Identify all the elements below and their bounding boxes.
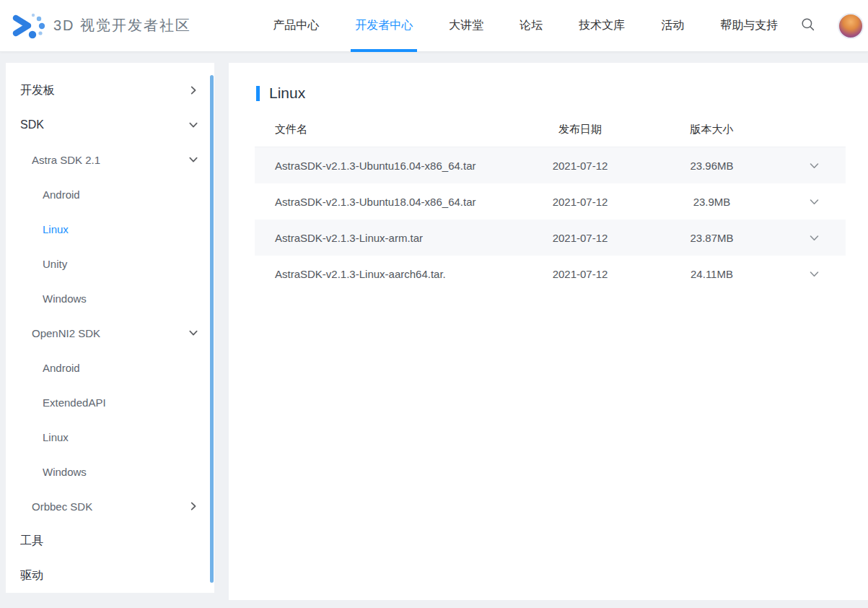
table-header-row: 文件名 发布日期 版本大小 [255, 113, 846, 147]
chevron-down-icon [188, 120, 198, 130]
column-header-filename: 文件名 [255, 123, 519, 136]
chevron-down-icon [809, 196, 820, 207]
sidebar-item-astra-linux[interactable]: Linux [6, 212, 214, 246]
chevron-down-icon [809, 269, 820, 279]
sidebar-item-astra-windows[interactable]: Windows [6, 281, 214, 316]
page-title-text: Linux [269, 84, 305, 102]
version-size: 23.87MB [641, 232, 782, 244]
search-button[interactable] [796, 14, 820, 38]
file-table: 文件名 发布日期 版本大小 AstraSDK-v2.1.3-Ubuntu16.0… [255, 113, 846, 292]
chevron-down-icon [188, 155, 198, 165]
chevron-down-icon [809, 160, 820, 171]
main-panel: Linux 文件名 发布日期 版本大小 AstraSDK-v2.1.3-Ubun… [229, 63, 868, 600]
sidebar: 开发板 SDK Astra SDK 2.1 Android Linux Unit… [6, 63, 214, 593]
sidebar-item-drivers[interactable]: 驱动 [6, 558, 214, 593]
nav-item-forum[interactable]: 论坛 [515, 0, 547, 52]
file-name: AstraSDK-v2.1.3-Linux-arm.tar [255, 232, 519, 244]
search-icon [801, 17, 815, 35]
table-row: AstraSDK-v2.1.3-Linux-arm.tar 2021-07-12… [255, 220, 846, 256]
column-header-release-date: 发布日期 [519, 123, 641, 136]
nav-item-lecture-hall[interactable]: 大讲堂 [444, 0, 488, 52]
nav-item-developer-center[interactable]: 开发者中心 [351, 0, 417, 52]
user-menu[interactable] [838, 13, 868, 39]
sidebar-item-astra-android[interactable]: Android [6, 177, 214, 212]
sidebar-item-openni2-linux[interactable]: Linux [6, 420, 214, 454]
table-row: AstraSDK-v2.1.3-Linux-aarch64.tar. 2021-… [255, 256, 846, 292]
page-title: Linux [256, 84, 846, 102]
brand-logo-icon [12, 11, 45, 41]
column-header-version-size: 版本大小 [641, 123, 782, 136]
version-size: 23.9MB [641, 196, 782, 208]
version-size: 23.96MB [641, 160, 782, 172]
title-accent-bar [256, 86, 260, 101]
nav-item-help-support[interactable]: 帮助与支持 [716, 0, 782, 52]
table-row: AstraSDK-v2.1.3-Ubuntu16.04-x86_64.tar 2… [255, 147, 846, 183]
main-nav: 产品中心 开发者中心 大讲堂 论坛 技术文库 活动 帮助与支持 [255, 0, 796, 52]
expand-row-button[interactable] [805, 264, 823, 283]
brand-logo[interactable]: 3D 视觉开发者社区 [12, 11, 191, 41]
avatar[interactable] [838, 13, 864, 39]
release-date: 2021-07-12 [519, 196, 641, 208]
file-name: AstraSDK-v2.1.3-Ubuntu16.04-x86_64.tar [255, 160, 519, 172]
release-date: 2021-07-12 [519, 232, 641, 244]
chevron-down-icon [809, 233, 820, 243]
expand-row-button[interactable] [805, 156, 823, 175]
chevron-right-icon [188, 85, 198, 95]
chevron-right-icon [188, 501, 198, 511]
nav-item-products[interactable]: 产品中心 [268, 0, 323, 52]
page-content: 开发板 SDK Astra SDK 2.1 Android Linux Unit… [0, 52, 868, 600]
sidebar-item-openni2-android[interactable]: Android [6, 350, 214, 385]
sidebar-item-astra-unity[interactable]: Unity [6, 246, 214, 281]
sidebar-item-openni2-sdk[interactable]: OpenNI2 SDK [6, 316, 214, 350]
sidebar-item-dev-board[interactable]: 开发板 [6, 73, 214, 108]
sidebar-item-astra-sdk-21[interactable]: Astra SDK 2.1 [6, 142, 214, 177]
version-size: 24.11MB [641, 268, 782, 280]
nav-item-activities[interactable]: 活动 [657, 0, 688, 52]
nav-item-tech-library[interactable]: 技术文库 [574, 0, 629, 52]
expand-row-button[interactable] [805, 228, 823, 247]
top-header: 3D 视觉开发者社区 产品中心 开发者中心 大讲堂 论坛 技术文库 活动 帮助与… [0, 0, 868, 52]
brand-logo-text: 3D 视觉开发者社区 [53, 16, 191, 35]
table-row: AstraSDK-v2.1.3-Ubuntu18.04-x86_64.tar 2… [255, 183, 846, 220]
sidebar-item-openni2-windows[interactable]: Windows [6, 454, 214, 489]
sidebar-scrollbar-thumb[interactable] [210, 75, 214, 583]
sidebar-item-openni2-extendedapi[interactable]: ExtendedAPI [6, 385, 214, 420]
file-name: AstraSDK-v2.1.3-Ubuntu18.04-x86_64.tar [255, 196, 519, 208]
release-date: 2021-07-12 [519, 268, 641, 280]
release-date: 2021-07-12 [519, 160, 641, 172]
file-name: AstraSDK-v2.1.3-Linux-aarch64.tar. [255, 268, 519, 280]
expand-row-button[interactable] [805, 192, 823, 211]
sidebar-item-sdk[interactable]: SDK [6, 108, 214, 142]
sidebar-item-tools[interactable]: 工具 [6, 524, 214, 558]
sidebar-item-orbbec-sdk[interactable]: Orbbec SDK [6, 489, 214, 524]
header-right-group [796, 13, 868, 39]
chevron-down-icon [188, 328, 198, 338]
